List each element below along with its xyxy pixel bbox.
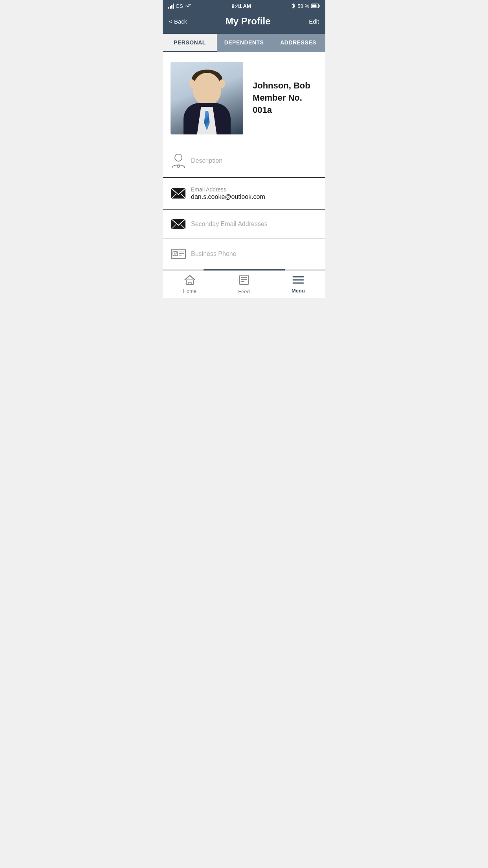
tab-personal[interactable]: PERSONAL [163,34,217,52]
feed-label: Feed [238,289,250,294]
description-placeholder: Description [191,157,318,164]
main-content: Johnson, Bob Member No. 001a Description [163,52,325,269]
status-time: 9:41 AM [231,3,251,9]
business-phone-field[interactable]: Business Phone [163,239,325,269]
svg-point-3 [175,154,182,161]
tab-bar: PERSONAL DEPENDENTS ADDRESSES [163,34,325,52]
bottom-tab-bar: Home Feed Menu [163,270,325,298]
signal-icon [168,4,174,9]
tab-menu[interactable]: Menu [271,271,325,298]
status-right: 58 % [292,3,320,9]
edit-button[interactable]: Edit [309,18,319,25]
navigation-bar: < Back My Profile Edit [163,12,325,34]
email-content: Email Address dan.s.cooke@outlook.com [187,186,318,200]
avatar [171,62,243,134]
svg-point-14 [174,252,176,254]
tab-feed[interactable]: Feed [217,271,271,298]
secondary-email-icon [170,218,187,230]
back-button[interactable]: < Back [169,18,187,25]
bluetooth-icon [292,3,295,9]
email-icon [170,188,187,199]
carrier-label: GS [176,3,183,9]
tab-home[interactable]: Home [163,271,217,298]
home-label: Home [183,288,197,294]
description-content: Description [187,157,318,164]
profile-member-no: Member No. 001a [253,92,317,116]
business-phone-content: Business Phone [187,250,318,257]
menu-label: Menu [292,288,305,294]
email-value: dan.s.cooke@outlook.com [191,193,318,200]
business-phone-placeholder: Business Phone [191,250,318,257]
home-icon [184,275,195,287]
description-field[interactable]: Description [163,144,325,178]
battery-icon [311,4,320,8]
secondary-email-content: Seconday Email Addresses [187,221,318,228]
wifi-icon [185,4,191,8]
profile-name: Johnson, Bob [253,80,317,92]
avatar-face [193,73,221,105]
svg-rect-1 [319,5,320,7]
email-field[interactable]: Email Address dan.s.cooke@outlook.com [163,178,325,210]
svg-rect-12 [171,249,185,259]
email-label: Email Address [191,186,318,193]
profile-info: Johnson, Bob Member No. 001a [243,80,317,116]
page-title: My Profile [226,16,271,27]
battery-label: 58 % [297,3,309,9]
svg-rect-20 [240,275,248,285]
secondary-email-field[interactable]: Seconday Email Addresses [163,210,325,239]
person-icon [170,153,187,169]
menu-icon [292,275,304,286]
tab-addresses[interactable]: ADDRESSES [271,34,325,52]
status-bar: GS 9:41 AM 58 % [163,0,325,12]
feed-icon [239,274,249,287]
business-card-icon [170,248,187,260]
status-left: GS [168,3,191,9]
avatar-body [183,103,231,134]
profile-header: Johnson, Bob Member No. 001a [163,52,325,144]
tab-dependents[interactable]: DEPENDENTS [217,34,271,52]
secondary-email-placeholder: Seconday Email Addresses [191,221,318,228]
svg-rect-2 [312,5,317,7]
